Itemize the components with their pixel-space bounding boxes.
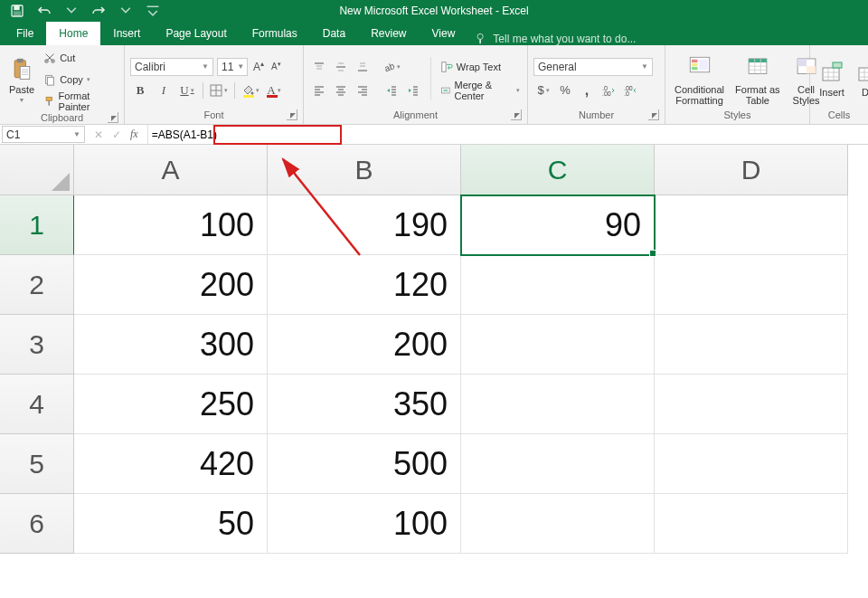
borders-button[interactable]: ▾ xyxy=(209,81,229,100)
cell-b5[interactable]: 500 xyxy=(268,434,461,494)
cell-d1[interactable] xyxy=(655,195,848,255)
cell-d2[interactable] xyxy=(655,255,848,315)
row-header-5[interactable]: 5 xyxy=(0,434,74,494)
cell-a3[interactable]: 300 xyxy=(74,315,268,375)
redo-dropdown-icon[interactable] xyxy=(116,2,136,20)
format-painter-button[interactable]: Format Painter xyxy=(42,92,118,110)
row-1: 1 100 190 90 xyxy=(0,195,868,255)
bold-button[interactable]: B xyxy=(130,81,150,100)
tell-me-search[interactable]: Tell me what you want to do... xyxy=(475,33,636,45)
quick-access-toolbar xyxy=(0,0,163,22)
undo-dropdown-icon[interactable] xyxy=(61,2,81,20)
align-right-button[interactable] xyxy=(353,81,373,100)
cell-a4[interactable]: 250 xyxy=(74,375,268,434)
paste-label: Paste xyxy=(9,84,34,95)
align-left-button[interactable] xyxy=(309,81,329,100)
row-header-6[interactable]: 6 xyxy=(0,494,74,554)
cell-b1[interactable]: 190 xyxy=(268,195,461,255)
col-header-b[interactable]: B xyxy=(268,145,461,195)
col-header-d[interactable]: D xyxy=(655,145,848,195)
orientation-button[interactable]: ab▾ xyxy=(382,58,401,76)
insert-cells-button[interactable]: Insert xyxy=(816,58,848,100)
tab-file[interactable]: File xyxy=(4,22,46,45)
tab-formulas[interactable]: Formulas xyxy=(240,22,310,45)
cell-c5[interactable] xyxy=(461,434,655,494)
number-launcher-icon[interactable] xyxy=(648,109,659,120)
tab-page-layout[interactable]: Page Layout xyxy=(153,22,239,45)
enter-formula-icon[interactable]: ✓ xyxy=(112,128,121,141)
grow-font-icon[interactable]: A▴ xyxy=(251,60,266,73)
cell-d4[interactable] xyxy=(655,375,848,434)
formula-input[interactable] xyxy=(152,128,278,141)
cell-b3[interactable]: 200 xyxy=(268,315,461,375)
undo-icon[interactable] xyxy=(34,2,54,20)
percent-format-button[interactable]: % xyxy=(555,81,575,100)
font-launcher-icon[interactable] xyxy=(287,109,297,120)
tab-data[interactable]: Data xyxy=(310,22,358,45)
cancel-formula-icon[interactable]: ✕ xyxy=(94,128,103,141)
fx-icon[interactable]: fx xyxy=(130,128,138,141)
redo-icon[interactable] xyxy=(89,2,108,20)
cell-a5[interactable]: 420 xyxy=(74,434,268,494)
align-top-button[interactable] xyxy=(309,58,329,76)
italic-button[interactable]: I xyxy=(154,81,174,100)
cell-d6[interactable] xyxy=(655,494,848,554)
cell-b2[interactable]: 120 xyxy=(268,255,461,315)
align-middle-button[interactable] xyxy=(331,58,351,76)
tab-insert[interactable]: Insert xyxy=(100,22,153,45)
shrink-font-icon[interactable]: A▾ xyxy=(269,61,283,71)
format-as-table-button[interactable]: Format as Table xyxy=(731,50,784,108)
increase-decimal-button[interactable]: .0.00 xyxy=(599,81,618,100)
font-color-button[interactable]: A▾ xyxy=(264,81,284,100)
wrap-text-button[interactable]: Wrap Text xyxy=(439,58,522,76)
worksheet-grid[interactable]: A B C D 1 100 190 90 2 200 120 3 300 200… xyxy=(0,145,868,554)
comma-format-button[interactable]: , xyxy=(577,81,597,100)
clipboard-launcher-icon[interactable] xyxy=(108,112,118,123)
save-icon[interactable] xyxy=(7,2,27,20)
decrease-indent-button[interactable] xyxy=(382,81,401,100)
fill-color-button[interactable]: ▾ xyxy=(241,81,260,100)
conditional-formatting-button[interactable]: Conditional Formatting xyxy=(671,50,728,108)
row-header-4[interactable]: 4 xyxy=(0,375,74,434)
row-header-1[interactable]: 1 xyxy=(0,195,74,255)
increase-indent-button[interactable] xyxy=(403,81,423,100)
svg-text:ab: ab xyxy=(383,61,395,73)
cell-b6[interactable]: 100 xyxy=(268,494,461,554)
align-bottom-button[interactable] xyxy=(353,58,373,76)
underline-button[interactable]: U▾ xyxy=(177,81,197,100)
cell-c1[interactable]: 90 xyxy=(461,195,655,255)
font-name-combo[interactable]: Calibri▼ xyxy=(130,58,213,76)
cell-a6[interactable]: 50 xyxy=(74,494,268,554)
cell-c2[interactable] xyxy=(461,255,655,315)
tab-home[interactable]: Home xyxy=(46,22,100,45)
copy-button[interactable]: Copy ▾ xyxy=(42,71,118,89)
select-all-corner[interactable] xyxy=(0,145,74,195)
decrease-decimal-button[interactable]: .00.0 xyxy=(620,81,640,100)
cell-c4[interactable] xyxy=(461,375,655,434)
cell-a2[interactable]: 200 xyxy=(74,255,268,315)
cell-b4[interactable]: 350 xyxy=(268,375,461,434)
alignment-launcher-icon[interactable] xyxy=(511,109,522,120)
row-header-3[interactable]: 3 xyxy=(0,315,74,375)
accounting-format-button[interactable]: $▾ xyxy=(533,81,553,100)
cell-a1[interactable]: 100 xyxy=(74,195,268,255)
cell-c6[interactable] xyxy=(461,494,655,554)
font-size-combo[interactable]: 11▼ xyxy=(217,58,248,76)
align-center-button[interactable] xyxy=(331,81,351,100)
delete-cells-button[interactable]: De xyxy=(852,58,868,100)
cell-d3[interactable] xyxy=(655,315,848,375)
col-header-c[interactable]: C xyxy=(461,145,655,195)
number-format-combo[interactable]: General▼ xyxy=(533,58,653,76)
col-header-a[interactable]: A xyxy=(74,145,268,195)
tab-review[interactable]: Review xyxy=(358,22,419,45)
merge-center-button[interactable]: Merge & Center ▾ xyxy=(439,81,522,100)
name-box[interactable]: C1 ▼ xyxy=(2,126,85,143)
name-box-dropdown-icon[interactable]: ▼ xyxy=(73,130,80,138)
tab-view[interactable]: View xyxy=(420,22,468,45)
row-header-2[interactable]: 2 xyxy=(0,255,74,315)
qat-customize-icon[interactable] xyxy=(143,2,163,20)
cell-d5[interactable] xyxy=(655,434,848,494)
cut-button[interactable]: Cut xyxy=(42,49,118,67)
cell-c3[interactable] xyxy=(461,315,655,375)
paste-button[interactable]: Paste ▼ xyxy=(5,55,38,105)
